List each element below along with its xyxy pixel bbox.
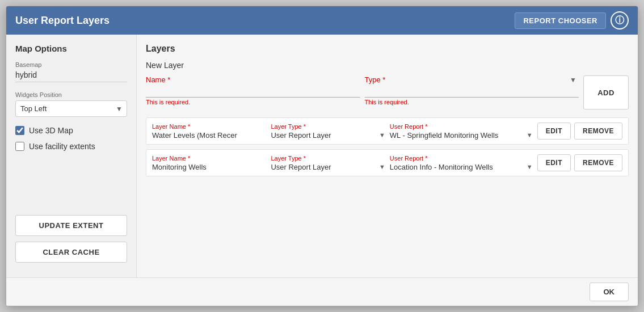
name-input-group: Name * This is required. [146, 75, 360, 106]
layer-type-label-0: Layer Type * [271, 123, 385, 130]
widgets-position-select[interactable]: Top Left Top Right Bottom Left Bottom Ri… [15, 100, 127, 117]
layer-row: Layer Name * Water Levels (Most Recer La… [146, 117, 629, 145]
layer-report-label-1: User Report * [390, 155, 533, 162]
use-3d-map-checkbox[interactable] [15, 126, 24, 135]
layer-name-label-0: Layer Name * [152, 123, 266, 130]
use-3d-map-row: Use 3D Map [15, 126, 127, 135]
layer-type-arrow-icon-1: ▼ [379, 163, 385, 170]
layer-rows-container: Layer Name * Water Levels (Most Recer La… [146, 117, 629, 181]
use-facility-extents-label: Use facility extents [29, 142, 95, 151]
widgets-position-label: Widgets Position [15, 91, 127, 98]
layer-name-value-0: Water Levels (Most Recer [152, 131, 266, 140]
header: User Report Layers REPORT CHOOSER ⓘ [6, 6, 638, 35]
report-chooser-button[interactable]: REPORT CHOOSER [515, 12, 606, 29]
row-actions-0: EDIT REMOVE [537, 123, 622, 140]
basemap-label: Basemap [15, 61, 127, 68]
layer-name-col-0: Layer Name * Water Levels (Most Recer [152, 123, 266, 140]
layer-name-col-1: Layer Name * Monitoring Wells [152, 155, 266, 171]
header-actions: REPORT CHOOSER ⓘ [515, 11, 629, 29]
layer-report-col-1: User Report * Location Info - Monitoring… [390, 155, 533, 171]
layers-title: Layers [146, 44, 629, 54]
use-facility-extents-checkbox[interactable] [15, 142, 24, 151]
edit-button-1[interactable]: EDIT [537, 154, 571, 171]
clear-cache-button[interactable]: CLEAR CACHE [15, 242, 127, 263]
layer-type-col-0: Layer Type * User Report Layer ▼ [271, 123, 385, 140]
layer-report-col-0: User Report * WL - Springfield Monitorin… [390, 123, 533, 140]
main-content: Layers New Layer Name * This is required… [137, 35, 638, 277]
use-3d-map-label: Use 3D Map [29, 126, 73, 135]
footer: OK [6, 277, 638, 306]
layer-report-label-0: User Report * [390, 123, 533, 130]
type-input[interactable] [365, 84, 579, 98]
name-input[interactable] [146, 84, 360, 98]
layer-fields-1: Layer Name * Monitoring Wells Layer Type… [152, 155, 533, 171]
widgets-position-dropdown[interactable]: Top Left Top Right Bottom Left Bottom Ri… [15, 100, 127, 117]
add-button[interactable]: ADD [583, 75, 629, 109]
edit-button-0[interactable]: EDIT [537, 123, 571, 140]
basemap-value: hybrid [15, 70, 127, 82]
layer-report-arrow-icon-1: ▼ [527, 163, 533, 170]
layer-type-value-0: User Report Layer [271, 131, 377, 140]
modal-container: User Report Layers REPORT CHOOSER ⓘ Map … [6, 6, 638, 306]
layer-type-arrow-icon-0: ▼ [379, 132, 385, 138]
use-facility-extents-row: Use facility extents [15, 142, 127, 151]
layer-report-value-0: WL - Springfield Monitoring Wells [390, 131, 524, 140]
layer-report-value-1: Location Info - Monitoring Wells [390, 163, 524, 171]
layer-row: Layer Name * Monitoring Wells Layer Type… [146, 149, 629, 176]
layer-type-label-1: Layer Type * [271, 155, 385, 162]
layer-report-arrow-icon-0: ▼ [527, 132, 533, 138]
name-required-label: Name * [146, 75, 360, 84]
ok-button[interactable]: OK [590, 283, 629, 301]
name-error-text: This is required. [146, 99, 360, 106]
sidebar-title: Map Options [15, 44, 127, 53]
update-extent-button[interactable]: UPDATE EXTENT [15, 215, 127, 236]
body: Map Options Basemap hybrid Widgets Posit… [6, 35, 638, 277]
remove-button-0[interactable]: REMOVE [574, 123, 622, 140]
new-layer-label: New Layer [146, 61, 629, 70]
info-button[interactable]: ⓘ [611, 11, 629, 29]
layer-fields-0: Layer Name * Water Levels (Most Recer La… [152, 123, 533, 140]
type-input-group: Type * ▼ This is required. [365, 75, 579, 106]
remove-button-1[interactable]: REMOVE [574, 154, 622, 171]
add-layer-fields: Name * This is required. Type * ▼ This i… [146, 75, 579, 106]
layer-type-value-1: User Report Layer [271, 163, 377, 171]
layer-name-label-1: Layer Name * [152, 155, 266, 162]
add-layer-row: Name * This is required. Type * ▼ This i… [146, 75, 629, 109]
type-error-text: This is required. [365, 99, 579, 106]
page-title: User Report Layers [15, 15, 110, 27]
layer-type-col-1: Layer Type * User Report Layer ▼ [271, 155, 385, 171]
type-required-label: Type * [365, 75, 386, 84]
type-arrow-icon: ▼ [570, 76, 576, 84]
layer-name-value-1: Monitoring Wells [152, 163, 266, 171]
row-actions-1: EDIT REMOVE [537, 154, 622, 171]
sidebar: Map Options Basemap hybrid Widgets Posit… [6, 35, 137, 277]
